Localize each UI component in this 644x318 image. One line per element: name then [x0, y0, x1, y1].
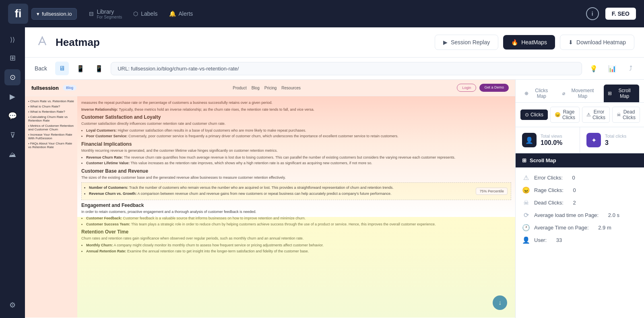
total-clicks-label: Total clicks [605, 134, 626, 138]
library-label: Library [97, 8, 122, 15]
dead-clicks-filter-button[interactable]: ☠ Dead Clicks [612, 107, 640, 123]
alerts-label: Alerts [179, 10, 193, 17]
labels-label: Labels [141, 10, 157, 17]
error-clicks-row: ⚠ Error Clicks: 0 [522, 174, 638, 182]
sidebar-toggle[interactable]: ⟩⟩ [5, 32, 20, 47]
heatmap-icon: 🔥 [511, 39, 518, 45]
info-button[interactable]: i [586, 7, 599, 20]
avg-time-value: 2.9 m [598, 225, 611, 231]
blog-section-4-title: Engagement and Feedback [81, 202, 511, 208]
preview-inner: fullsession Blog ProductBlogPricingResou… [25, 80, 515, 318]
blog-section-2-intro: Monthly recurring revenue is generated, … [81, 148, 511, 153]
total-clicks-card: ✦ Total clicks 3 [580, 127, 644, 153]
dead-clicks-icon: ☠ [617, 112, 621, 118]
right-panel: ⊕ Clicks Map ⌀ Movement Map ⊞ Scroll Map [515, 80, 644, 318]
nav-alerts[interactable]: 🔔 Alerts [169, 10, 193, 17]
session-replay-button[interactable]: ▶ Session Replay [435, 35, 498, 50]
page-preview: fullsession Blog ProductBlogPricingResou… [25, 80, 515, 318]
user-icon: 👤 [522, 236, 530, 244]
sidebar-link-4[interactable]: • Calculating Churn Rate vs Retention Ra… [28, 115, 74, 122]
main-layout: ⟩⟩ ⊞ ⊙ ▶ 💬 ⊽ ⛰ ⚙ Heatmap [0, 27, 644, 318]
error-icon: ⚠ [522, 174, 530, 182]
sidebar-icon-mountain[interactable]: ⛰ [4, 147, 21, 163]
sidebar-link-2[interactable]: • What is Churn Rate? [28, 105, 74, 108]
dead-clicks-stat-label: Dead Clicks: [534, 200, 564, 206]
lightbulb-icon-button[interactable]: 💡 [587, 62, 601, 75]
error-clicks-filter-button[interactable]: ⚠ Error Clicks [582, 107, 610, 123]
sidebar-icon-filter[interactable]: ⊽ [4, 127, 21, 143]
nav-items: ⊟ Library For Segments ⬡ Labels 🔔 Alerts [89, 8, 574, 19]
user-label: User: [534, 237, 547, 243]
blog-section-1-intro: Customer satisfaction directly influence… [81, 121, 511, 126]
load-icon: ⟳ [522, 211, 530, 219]
back-button[interactable]: Back [31, 64, 50, 73]
avg-load-value: 2.0 s [608, 212, 619, 218]
blog-tag: Blog [63, 85, 76, 91]
rage-clicks-filter-button[interactable]: 😠 Rage Clicks [550, 107, 580, 123]
scroll-map-tab[interactable]: ⊞ Scroll Map [604, 85, 639, 102]
sidebar-link-1[interactable]: • Churn Rate vs. Retention Rate [28, 99, 74, 103]
clicks-filter-button[interactable]: ⊙ Clicks [520, 109, 548, 120]
nav-library[interactable]: ⊟ Library For Segments [89, 8, 122, 19]
total-views-info: Total views 100.0% [541, 134, 562, 147]
blog-logo: fullsession [31, 85, 59, 91]
scroll-icon: ⊞ [608, 91, 612, 96]
label-icon: ⬡ [133, 10, 138, 17]
sidebar-icon-session[interactable]: ▶ [4, 89, 21, 105]
left-sidebar: ⟩⟩ ⊞ ⊙ ▶ 💬 ⊽ ⛰ ⚙ [0, 27, 25, 318]
sidebar-icon-chat[interactable]: 💬 [4, 108, 21, 124]
session-replay-label: Session Replay [451, 39, 490, 45]
sidebar-link-6[interactable]: • Increase Your Retention Rate With Full… [28, 133, 74, 140]
org-selector[interactable]: ▾ fullsession.io [31, 8, 77, 20]
sidebar-icon-grid[interactable]: ⊞ [4, 50, 21, 66]
blog-inverse: Inverse Relationship: Typically, these m… [81, 107, 511, 112]
clicks-map-icon: ⊕ [524, 91, 528, 96]
share-icon-button[interactable]: ⤴ [624, 62, 638, 75]
blog-nav: fullsession Blog ProductBlogPricingResou… [25, 80, 515, 96]
download-button[interactable]: ⬇ Download Heatmap [560, 35, 634, 50]
blog-section-3-intro: The sizes of the existing customer base … [81, 175, 511, 180]
avg-load-label: Average load time on Page: [534, 212, 599, 218]
desktop-device-button[interactable]: 🖥 [55, 62, 69, 75]
movement-map-tab[interactable]: ⌀ Movement Map [558, 85, 603, 102]
sidebar-icon-settings[interactable]: ⚙ [4, 297, 21, 313]
rage-clicks-stat-label: Rage Clicks: [534, 187, 564, 193]
user-button[interactable]: F. SEO [605, 8, 636, 20]
heatmaps-button[interactable]: 🔥 HeatMaps [503, 35, 555, 50]
sidebar-link-3[interactable]: • What is Retention Rate? [28, 110, 74, 114]
org-name: fullsession.io [42, 11, 72, 17]
sidebar-link-5[interactable]: • Metrics of Customer Retention and Cust… [28, 124, 74, 131]
blog-section-2-title: Financial Implications [81, 141, 511, 147]
page-title-area: Heatmap [35, 34, 100, 51]
mobile-device-button[interactable]: 📱 [92, 62, 106, 75]
map-tabs: ⊕ Clicks Map ⌀ Movement Map ⊞ Scroll Map [516, 80, 644, 103]
avg-load-row: ⟳ Average load time on Page: 2.0 s [522, 211, 638, 219]
blog-li-feedback: Customer Feedback: Customer feedback is … [86, 216, 511, 221]
scroll-map-title: Scroll Map [530, 157, 556, 163]
scroll-map-header: ⊞ Scroll Map [516, 153, 644, 167]
chart-icon-button[interactable]: 📊 [605, 62, 619, 75]
total-views-card: 👤 Total views 100.0% [516, 127, 580, 153]
toolbar: Back 🖥 📱 📱 URL: fullsession.io/blog/chur… [25, 58, 644, 80]
avg-time-label: Average Time on Page: [534, 225, 589, 231]
error-clicks-stat-value: 0 [572, 175, 575, 181]
total-clicks-value: 3 [605, 139, 626, 147]
blog-sidebar: • Churn Rate vs. Retention Rate • What i… [25, 96, 77, 318]
blog-li-customers: Number of Customers: Track the number of… [89, 185, 508, 190]
total-views-value: 100.0% [541, 139, 562, 147]
user-value: 33 [556, 237, 562, 243]
blog-login-button[interactable]: Login [457, 84, 476, 92]
nav-labels[interactable]: ⬡ Labels [133, 10, 157, 17]
sidebar-icon-heatmap[interactable]: ⊙ [4, 69, 21, 85]
scroll-to-top-button[interactable]: ↓ [493, 295, 507, 310]
click-filters: ⊙ Clicks 😠 Rage Clicks ⚠ Error Clicks ☠ … [516, 103, 644, 127]
tablet-device-button[interactable]: 📱 [74, 62, 87, 75]
logo-icon: fi [8, 4, 28, 24]
sidebar-link-7[interactable]: • FAQs About Your Churn Rate vs Retentio… [28, 142, 74, 149]
clicks-map-tab[interactable]: ⊕ Clicks Map [520, 85, 557, 102]
avg-time-row: 🕐 Average Time on Page: 2.9 m [522, 224, 638, 231]
blog-demo-button[interactable]: Get a Demo [479, 84, 509, 92]
dead-clicks-row: ☠ Dead Clicks: 2 [522, 199, 638, 206]
rage-icon: 😠 [522, 186, 530, 194]
blog-body: • Churn Rate vs. Retention Rate • What i… [25, 96, 515, 318]
